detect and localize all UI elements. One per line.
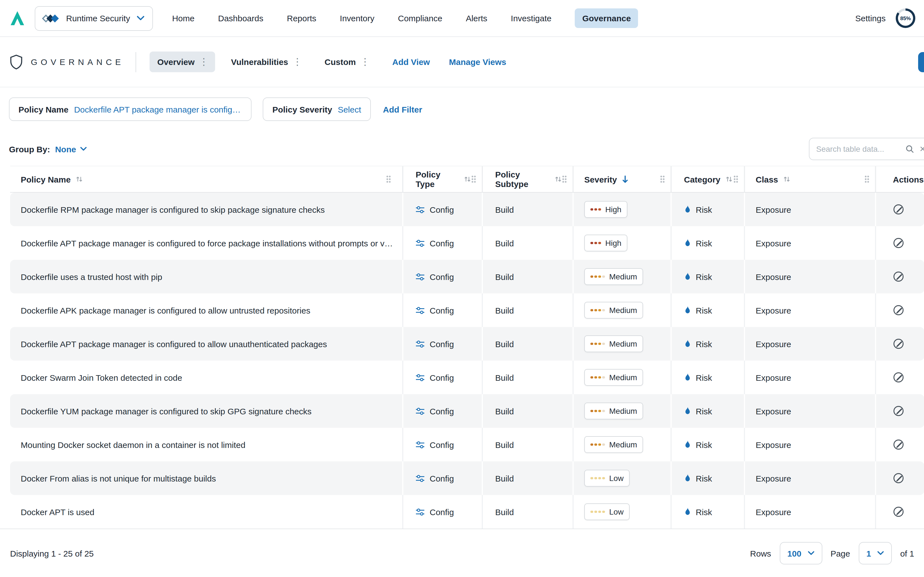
usage-ring-badge[interactable]: 85% <box>896 8 915 28</box>
page-dropdown[interactable]: 1 <box>858 542 892 564</box>
manage-views-link[interactable]: Manage Views <box>449 57 506 67</box>
nav-item-dashboards[interactable]: Dashboards <box>218 13 263 23</box>
column-drag-handle-icon[interactable] <box>733 175 738 183</box>
column-header-severity[interactable]: Severity <box>572 166 671 192</box>
cell-actions <box>875 193 924 226</box>
policy-name-text: Dockerfile uses a trusted host with pip <box>21 272 162 281</box>
table-row[interactable]: Docker From alias is not unique for mult… <box>10 461 924 495</box>
policy-severity-filter[interactable]: Policy Severity Select <box>263 97 371 121</box>
severity-badge: Medium <box>584 436 643 453</box>
cell-policy-subtype: Build <box>482 293 572 327</box>
column-header-class[interactable]: Class <box>744 166 875 192</box>
tab-options-kebab-icon[interactable]: ⋮ <box>288 57 307 67</box>
column-header-policy-subtype[interactable]: Policy Subtype <box>482 166 572 192</box>
column-drag-handle-icon[interactable] <box>864 175 869 183</box>
edit-policy-button[interactable] <box>893 472 904 484</box>
category-text: Risk <box>696 372 712 382</box>
cutoff-primary-action-button[interactable] <box>918 52 924 72</box>
class-text: Exposure <box>756 372 791 382</box>
nav-item-investigate[interactable]: Investigate <box>511 13 551 23</box>
column-drag-handle-icon[interactable] <box>386 175 391 183</box>
policy-type-text: Config <box>430 205 454 214</box>
tab-overview[interactable]: Overview⋮ <box>149 52 215 72</box>
severity-dot <box>598 511 601 513</box>
policy-severity-filter-label: Policy Severity <box>272 105 332 114</box>
policy-type-text: Config <box>430 339 454 348</box>
config-sliders-icon <box>416 441 425 448</box>
edit-policy-button[interactable] <box>893 338 904 350</box>
column-label: Category <box>684 174 720 184</box>
column-drag-handle-icon[interactable] <box>562 175 567 183</box>
cell-policy-name: Dockerfile uses a trusted host with pip <box>10 260 402 293</box>
risk-flame-icon <box>684 239 691 248</box>
edit-policy-button[interactable] <box>893 372 904 383</box>
table-row[interactable]: Dockerfile APK package manager is config… <box>10 293 924 327</box>
tab-options-kebab-icon[interactable]: ⋮ <box>356 57 374 67</box>
column-drag-handle-icon[interactable] <box>471 175 476 183</box>
policy-name-text: Docker Swarm Join Token detected in code <box>21 372 182 382</box>
tab-vulnerabilities[interactable]: Vulnerabilities⋮ <box>223 52 309 72</box>
severity-label: Medium <box>609 306 637 315</box>
sort-icon[interactable] <box>783 176 790 182</box>
cell-class: Exposure <box>744 495 875 529</box>
tab-custom[interactable]: Custom⋮ <box>317 52 377 72</box>
sort-icon[interactable] <box>464 176 471 182</box>
nav-item-reports[interactable]: Reports <box>287 13 316 23</box>
nav-item-governance[interactable]: Governance <box>575 8 638 28</box>
sort-icon[interactable] <box>726 176 733 182</box>
severity-badge: Medium <box>584 403 643 419</box>
nav-item-home[interactable]: Home <box>172 13 194 23</box>
category-text: Risk <box>696 305 712 315</box>
add-filter-link[interactable]: Add Filter <box>383 105 422 114</box>
tab-options-kebab-icon[interactable]: ⋮ <box>195 57 213 67</box>
cell-class: Exposure <box>744 428 875 461</box>
policy-subtype-text: Build <box>495 474 514 483</box>
policy-name-filter[interactable]: Policy Name Dockerfile APT package manag… <box>9 97 252 121</box>
edit-policy-button[interactable] <box>893 305 904 316</box>
table-row[interactable]: Docker APT is used Config Build Low <box>10 495 924 529</box>
severity-dot <box>598 276 601 278</box>
sort-icon[interactable] <box>76 176 83 182</box>
table-row[interactable]: Docker Swarm Join Token detected in code… <box>10 361 924 394</box>
table-row[interactable]: Dockerfile YUM package manager is config… <box>10 394 924 428</box>
sort-descending-active-icon[interactable] <box>622 175 629 184</box>
edit-policy-button[interactable] <box>893 439 904 450</box>
column-drag-handle-icon[interactable] <box>660 175 665 183</box>
table-row[interactable]: Mounting Docker socket daemon in a conta… <box>10 428 924 461</box>
clear-search-icon[interactable]: ✕ <box>919 145 924 153</box>
sort-icon[interactable] <box>555 176 562 182</box>
cell-policy-type: Config <box>402 260 482 293</box>
column-header-policy-name[interactable]: Policy Name <box>10 166 402 192</box>
nav-item-alerts[interactable]: Alerts <box>466 13 487 23</box>
group-by-dropdown[interactable]: Group By: None <box>9 138 87 160</box>
severity-dot <box>602 477 605 480</box>
table-search-input[interactable] <box>816 145 906 153</box>
settings-link[interactable]: Settings <box>855 13 885 23</box>
severity-dot <box>594 511 597 513</box>
column-header-policy-type[interactable]: Policy Type <box>402 166 482 192</box>
policy-name-text: Dockerfile YUM package manager is config… <box>21 406 311 416</box>
edit-policy-button[interactable] <box>893 237 904 248</box>
policy-type-text: Config <box>430 372 454 382</box>
table-row[interactable]: Dockerfile APT package manager is config… <box>10 226 924 260</box>
nav-item-inventory[interactable]: Inventory <box>340 13 374 23</box>
add-view-link[interactable]: Add View <box>392 57 430 67</box>
severity-dot <box>594 343 597 345</box>
edit-policy-button[interactable] <box>893 506 904 517</box>
cell-actions <box>875 260 924 293</box>
table-row[interactable]: Dockerfile uses a trusted host with pip … <box>10 260 924 293</box>
class-text: Exposure <box>756 205 791 214</box>
table-row[interactable]: Dockerfile RPM package manager is config… <box>10 193 924 226</box>
edit-policy-button[interactable] <box>893 204 904 215</box>
column-header-category[interactable]: Category <box>671 166 744 192</box>
nav-item-compliance[interactable]: Compliance <box>398 13 442 23</box>
edit-policy-button[interactable] <box>893 405 904 417</box>
edit-policy-button[interactable] <box>893 271 904 282</box>
table-row[interactable]: Dockerfile APT package manager is config… <box>10 327 924 361</box>
severity-dot <box>590 276 593 278</box>
product-selector-dropdown[interactable]: Runtime Security <box>35 6 153 31</box>
rows-per-page-dropdown[interactable]: 100 <box>779 542 822 564</box>
cell-policy-subtype: Build <box>482 461 572 495</box>
search-icon[interactable] <box>906 145 914 153</box>
risk-flame-icon <box>684 306 691 315</box>
